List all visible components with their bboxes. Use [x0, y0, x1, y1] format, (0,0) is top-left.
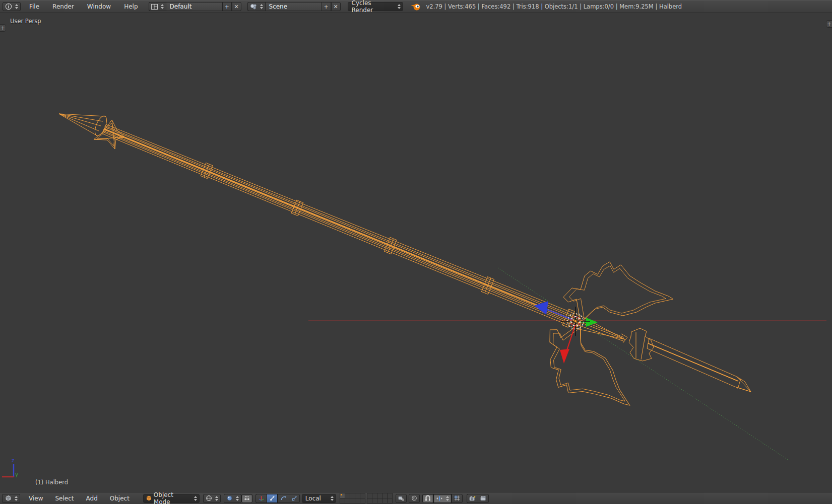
scene-close-button[interactable]: ✕ — [331, 2, 341, 11]
scene-statistics: v2.79 | Verts:465 | Faces:492 | Tris:918… — [426, 3, 682, 10]
transform-orientation-select[interactable]: Local — [302, 494, 336, 503]
proportional-circle-icon — [411, 495, 417, 501]
snap-target-button[interactable] — [452, 494, 463, 503]
pivot-arrows-icon — [236, 496, 239, 501]
pivot-point-select[interactable] — [224, 494, 241, 503]
manipulator-enable-toggle[interactable] — [255, 494, 267, 503]
menu-object[interactable]: Object — [105, 495, 134, 502]
viewport-shading-select[interactable] — [203, 494, 221, 503]
menu-help[interactable]: Help — [119, 3, 142, 10]
editor-type-button-info[interactable] — [3, 2, 21, 11]
snap-arrows-icon — [446, 496, 449, 501]
blender-window: { "colors": { "wireframe": "#f5a03c", "g… — [0, 0, 832, 504]
viewport-3d[interactable]: z y User Persp (1) Halberd + + — [0, 13, 832, 492]
mode-select[interactable]: Object Mode — [143, 494, 200, 503]
active-object-label: (1) Halberd — [35, 479, 68, 486]
axis-mini-gizmo: z y — [2, 458, 18, 477]
toolshelf-expand-button[interactable]: + — [0, 24, 6, 32]
menu-view[interactable]: View — [24, 495, 47, 502]
snap-controls — [422, 494, 463, 503]
layout-close-button[interactable]: ✕ — [232, 2, 241, 11]
layer-objects-dot — [341, 494, 342, 495]
editor-select-arrows-icon — [15, 496, 18, 501]
scale-icon — [291, 495, 297, 501]
window-layout-icon — [151, 4, 158, 10]
pivot-point-icon — [226, 495, 233, 501]
opengl-render-animation-button[interactable] — [478, 494, 489, 503]
manipulator-rotate-button[interactable] — [278, 494, 289, 503]
clapperboard-icon — [480, 495, 486, 501]
scene-arrows-icon — [260, 4, 263, 9]
snap-increment-icon — [436, 495, 443, 501]
view-name-label: User Persp — [10, 18, 41, 25]
orientation-value: Local — [304, 495, 328, 502]
screen-layout-selector: Default + ✕ — [149, 2, 241, 11]
mode-value: Object Mode — [154, 491, 191, 504]
shading-globe-icon — [206, 495, 212, 501]
layer-group-2 — [367, 493, 393, 503]
gizmo-y-label: y — [15, 472, 18, 477]
blender-logo-icon — [410, 2, 421, 11]
opengl-render-buttons — [467, 494, 489, 503]
mode-arrows-icon — [194, 496, 197, 501]
layout-browse-button[interactable] — [149, 2, 166, 11]
snap-toggle[interactable] — [422, 494, 433, 503]
translate-icon — [269, 495, 275, 501]
engine-arrows-icon — [398, 4, 401, 9]
object-mode-cube-icon — [146, 495, 152, 501]
scene-browse-button[interactable] — [247, 2, 265, 11]
orientation-arrows-icon — [331, 496, 334, 501]
axe-lower-wing — [525, 312, 646, 432]
halberd-wireframe[interactable] — [59, 114, 751, 432]
view3d-header: View Select Add Object Object Mode — [0, 492, 832, 504]
manipulator-x-arrow[interactable] — [560, 349, 569, 364]
snap-grid-icon — [454, 495, 460, 501]
layout-arrows-icon — [161, 4, 164, 9]
layer-group-1 — [340, 493, 365, 503]
editor-type-button-3dview[interactable] — [2, 494, 20, 503]
manipulate-center-points-toggle[interactable] — [241, 494, 252, 503]
gizmo-z-label: z — [12, 458, 14, 463]
menu-add[interactable]: Add — [82, 495, 102, 502]
menu-window[interactable]: Window — [83, 3, 115, 10]
layout-name-field[interactable]: Default — [166, 2, 222, 11]
scene-add-button[interactable]: + — [322, 2, 331, 11]
manipulator-translate-button[interactable] — [267, 494, 278, 503]
shading-arrows-icon — [215, 496, 218, 501]
manipulator-buttons — [255, 494, 300, 503]
scene-icon — [250, 4, 257, 10]
opengl-render-image-button[interactable] — [467, 494, 478, 503]
manipulator-y-arrow[interactable] — [586, 318, 598, 327]
scene-name-field[interactable]: Scene — [265, 2, 322, 11]
menu-file[interactable]: File — [25, 3, 44, 10]
render-engine-value: Cycles Render — [350, 0, 395, 14]
editor-select-arrows-icon — [15, 4, 18, 9]
layout-add-button[interactable]: + — [222, 2, 232, 11]
center-points-arrows-icon — [244, 495, 250, 501]
proportional-edit-toggle[interactable] — [409, 494, 420, 503]
scene-selector: Scene + ✕ — [247, 2, 341, 11]
menu-select[interactable]: Select — [50, 495, 78, 502]
layer-grid — [340, 493, 393, 503]
layer-cell[interactable] — [387, 498, 393, 503]
info-header: File Render Window Help Default + ✕ Scen… — [0, 0, 832, 13]
object-origin-dot — [574, 320, 577, 323]
lock-camera-icon — [398, 495, 404, 501]
camera-render-icon — [469, 495, 476, 501]
layer-cell[interactable] — [360, 498, 365, 503]
view3d-editor-icon — [5, 495, 12, 501]
properties-expand-button[interactable]: + — [826, 20, 832, 28]
rotate-icon — [280, 495, 287, 501]
manipulator-scale-button[interactable] — [289, 494, 300, 503]
info-icon — [5, 3, 12, 10]
viewport-canvas: z y — [0, 13, 832, 492]
cursor-3d[interactable] — [561, 307, 590, 336]
manipulator-axes-icon — [258, 495, 265, 501]
magnet-icon — [425, 495, 431, 501]
snap-element-select[interactable] — [433, 494, 452, 503]
lock-to-scene-toggle[interactable] — [396, 494, 407, 503]
render-engine-select[interactable]: Cycles Render — [348, 2, 403, 11]
grid-floor-axes — [308, 268, 826, 460]
menu-render[interactable]: Render — [48, 3, 79, 10]
